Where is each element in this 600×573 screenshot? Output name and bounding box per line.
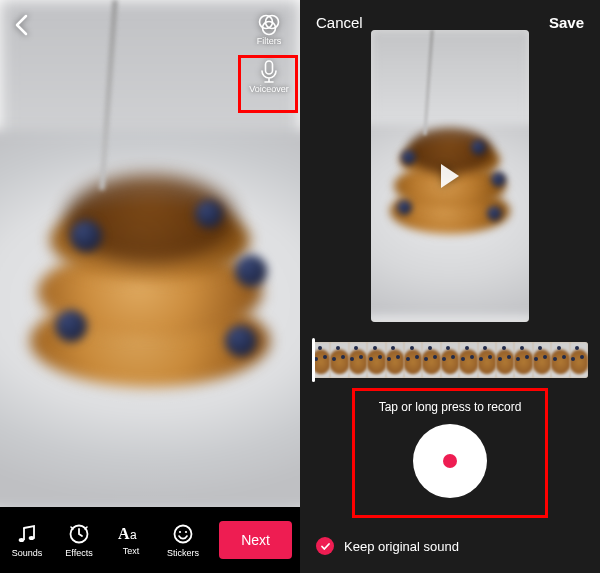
- svg-point-11: [185, 530, 187, 532]
- editor-screen: Filters Voiceover: [0, 0, 300, 573]
- timeline-thumb: [514, 342, 532, 378]
- record-button[interactable]: [413, 424, 487, 498]
- svg-point-9: [175, 525, 192, 542]
- text-button[interactable]: A a Text: [108, 523, 154, 558]
- sounds-label: Sounds: [12, 548, 43, 558]
- timeline-thumb: [349, 342, 367, 378]
- keep-original-sound-row[interactable]: Keep original sound: [316, 537, 459, 555]
- record-dot-icon: [443, 454, 457, 468]
- record-area: Tap or long press to record: [358, 392, 542, 510]
- text-label: Text: [123, 546, 140, 556]
- sounds-button[interactable]: Sounds: [4, 523, 50, 558]
- svg-point-5: [29, 535, 35, 539]
- music-note-icon: [16, 523, 38, 545]
- timeline-thumb: [459, 342, 477, 378]
- next-button[interactable]: Next: [219, 521, 292, 559]
- play-icon: [441, 164, 459, 188]
- svg-rect-3: [266, 61, 273, 74]
- filters-icon: [257, 14, 281, 36]
- back-button[interactable]: [14, 14, 28, 40]
- svg-point-10: [179, 530, 181, 532]
- timeline-thumb: [551, 342, 569, 378]
- timeline-thumb: [367, 342, 385, 378]
- video-preview[interactable]: [371, 30, 529, 322]
- svg-text:a: a: [130, 528, 137, 542]
- record-hint-text: Tap or long press to record: [379, 400, 522, 414]
- effects-clock-icon: [68, 523, 90, 545]
- filters-button[interactable]: Filters: [257, 14, 282, 46]
- side-toolbar: Filters Voiceover: [244, 14, 294, 94]
- stickers-smile-icon: [172, 523, 194, 545]
- timeline-thumb: [404, 342, 422, 378]
- timeline-playhead[interactable]: [312, 338, 315, 382]
- timeline-strip[interactable]: [312, 342, 588, 378]
- filters-label: Filters: [257, 36, 282, 46]
- timeline-thumb: [441, 342, 459, 378]
- timeline-thumb: [570, 342, 588, 378]
- effects-button[interactable]: Effects: [56, 523, 102, 558]
- stickers-button[interactable]: Stickers: [160, 523, 206, 558]
- effects-label: Effects: [65, 548, 92, 558]
- voiceover-button[interactable]: Voiceover: [249, 60, 289, 94]
- svg-point-4: [19, 537, 25, 541]
- cancel-button[interactable]: Cancel: [316, 14, 363, 31]
- microphone-icon: [258, 60, 280, 84]
- timeline-thumb: [330, 342, 348, 378]
- keep-sound-checkbox[interactable]: [316, 537, 334, 555]
- timeline-thumb: [386, 342, 404, 378]
- timeline-thumb: [478, 342, 496, 378]
- check-icon: [320, 541, 331, 552]
- timeline-thumb: [496, 342, 514, 378]
- keep-sound-label: Keep original sound: [344, 539, 459, 554]
- text-icon: A a: [118, 523, 144, 543]
- next-label: Next: [241, 532, 270, 548]
- svg-text:A: A: [118, 525, 130, 542]
- save-button[interactable]: Save: [549, 14, 584, 31]
- timeline-thumb: [533, 342, 551, 378]
- stickers-label: Stickers: [167, 548, 199, 558]
- voiceover-screen: Cancel Save Tap or long press to record: [300, 0, 600, 573]
- timeline-thumb: [422, 342, 440, 378]
- bottom-toolbar: Sounds Effects A a Text: [0, 507, 300, 573]
- voiceover-label: Voiceover: [249, 84, 289, 94]
